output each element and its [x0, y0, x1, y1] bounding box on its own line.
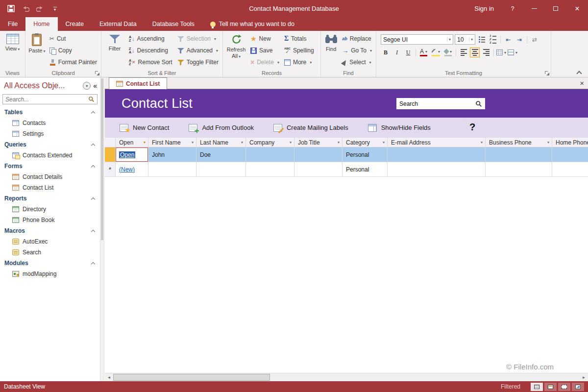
copy-button[interactable]: Copy: [47, 45, 99, 56]
column-header-category[interactable]: Category▾: [343, 138, 388, 147]
new-record-button[interactable]: ★ New: [248, 33, 282, 45]
text-formatting-dialog-launcher-icon[interactable]: [544, 71, 549, 75]
cell-category[interactable]: Personal: [343, 147, 388, 162]
replace-button[interactable]: ab Replace: [340, 33, 374, 45]
cell-first-name[interactable]: [148, 162, 196, 176]
column-dropdown-icon[interactable]: ▾: [546, 140, 551, 145]
background-color-button[interactable]: ▾: [443, 48, 453, 57]
form-search-input[interactable]: [399, 100, 473, 107]
column-dropdown-icon[interactable]: ▾: [288, 140, 293, 145]
nav-pane-title[interactable]: All Access Obje...: [4, 81, 80, 90]
nav-item-autoexec[interactable]: AutoExec: [0, 236, 100, 247]
column-filter-icon[interactable]: ▾: [142, 140, 147, 145]
new-contact-button[interactable]: New Contact: [120, 124, 169, 132]
record-selector[interactable]: [105, 147, 116, 162]
nav-group-queries[interactable]: Queries: [0, 139, 100, 150]
cell-company[interactable]: [246, 162, 294, 176]
tab-database-tools[interactable]: Database Tools: [145, 17, 202, 31]
nav-item-settings[interactable]: Settings: [0, 128, 100, 139]
statusbar-datasheet-view-button[interactable]: [531, 383, 543, 391]
minimize-button[interactable]: [523, 0, 545, 17]
find-button[interactable]: Find: [322, 32, 340, 69]
clipboard-dialog-launcher-icon[interactable]: [95, 71, 99, 75]
numbering-button[interactable]: [488, 35, 498, 45]
cut-button[interactable]: ✂ Cut: [47, 33, 99, 45]
tab-create[interactable]: Create: [58, 17, 92, 31]
font-size-combo[interactable]: 10▾: [455, 34, 475, 45]
advanced-button[interactable]: Advanced▾: [175, 45, 221, 56]
column-header-business-phone[interactable]: Business Phone▾: [486, 138, 552, 147]
scrollbar-thumb[interactable]: [101, 78, 103, 240]
cell-category[interactable]: Personal: [343, 162, 388, 176]
column-header-first-name[interactable]: First Name▾: [148, 138, 196, 147]
nav-group-forms[interactable]: Forms: [0, 161, 100, 172]
select-button[interactable]: Select▾: [340, 56, 374, 68]
maximize-button[interactable]: [545, 0, 566, 17]
cell-email-address[interactable]: [388, 162, 486, 176]
nav-item-modmapping[interactable]: modMapping: [0, 269, 100, 279]
cell-company[interactable]: [246, 147, 294, 162]
sign-in-button[interactable]: Sign in: [466, 5, 502, 12]
customize-quick-access-icon[interactable]: ▾: [48, 2, 62, 15]
column-header-home-phone[interactable]: Home Phone: [552, 138, 588, 147]
alternate-row-color-button[interactable]: ▾: [508, 48, 517, 57]
nav-item-contacts-extended[interactable]: Contacts Extended: [0, 150, 100, 161]
bullets-button[interactable]: [477, 35, 487, 45]
bold-button[interactable]: B: [381, 48, 391, 57]
font-name-combo[interactable]: Segoe UI▾: [381, 34, 453, 45]
column-dropdown-icon[interactable]: ▾: [336, 140, 341, 145]
tab-file[interactable]: File: [0, 17, 25, 31]
cell-last-name[interactable]: Doe: [196, 147, 246, 162]
go-to-button[interactable]: → Go To▾: [340, 45, 374, 56]
font-color-button[interactable]: A▾: [418, 48, 429, 57]
column-header-open[interactable]: Open▾: [116, 138, 148, 147]
cell-open[interactable]: Open: [116, 147, 148, 162]
align-right-button[interactable]: [481, 48, 491, 57]
new-record-selector[interactable]: *: [105, 162, 116, 176]
cell-business-phone[interactable]: [486, 147, 552, 162]
delete-record-button[interactable]: × Delete▾: [248, 56, 282, 68]
nav-group-reports[interactable]: Reports: [0, 193, 100, 204]
nav-item-phone-book[interactable]: Phone Book: [0, 215, 100, 225]
highlight-color-button[interactable]: ▾: [430, 48, 441, 57]
nav-item-directory[interactable]: Directory: [0, 204, 100, 215]
column-dropdown-icon[interactable]: ▾: [190, 140, 195, 145]
column-dropdown-icon[interactable]: ▾: [381, 140, 386, 145]
document-tab-contact-list[interactable]: Contact List: [109, 77, 167, 89]
cell-last-name[interactable]: [196, 162, 246, 176]
cell-home-phone[interactable]: [552, 162, 588, 176]
decrease-indent-button[interactable]: ⇤: [503, 35, 513, 45]
create-mailing-labels-button[interactable]: Create Mailing Labels: [273, 124, 348, 132]
remove-sort-button[interactable]: AZ✕ Remove Sort: [126, 56, 175, 68]
descending-button[interactable]: ZA↓ Descending: [126, 45, 175, 56]
tell-me-box[interactable]: Tell me what you want to do: [202, 17, 302, 31]
column-header-job-title[interactable]: Job Title▾: [294, 138, 343, 147]
status-filtered-label[interactable]: Filtered: [501, 383, 520, 390]
nav-pane-scrollbar[interactable]: [100, 77, 104, 381]
show-hide-fields-button[interactable]: Show/Hide Fields: [368, 124, 431, 132]
tab-external-data[interactable]: External Data: [92, 17, 145, 31]
toggle-filter-button[interactable]: Toggle Filter: [175, 56, 221, 68]
scroll-left-icon[interactable]: ◄: [105, 373, 113, 381]
nav-item-contact-details[interactable]: Contact Details: [0, 172, 100, 182]
increase-indent-button[interactable]: ⇥: [514, 35, 524, 45]
column-header-company[interactable]: Company▾: [246, 138, 294, 147]
collapse-ribbon-icon[interactable]: [576, 70, 582, 75]
gridlines-button[interactable]: ▾: [496, 48, 506, 57]
align-center-button[interactable]: [470, 48, 480, 57]
tab-home[interactable]: Home: [25, 17, 57, 31]
scrollbar-track[interactable]: [113, 373, 580, 381]
help-icon[interactable]: ?: [469, 122, 475, 133]
spelling-button[interactable]: ABC✓ Spelling: [282, 45, 317, 56]
nav-item-search[interactable]: Search: [0, 247, 100, 258]
column-dropdown-icon[interactable]: ▾: [479, 140, 484, 145]
column-dropdown-icon[interactable]: ▾: [240, 140, 245, 145]
nav-search-input[interactable]: [5, 96, 86, 103]
scrollbar-thumb[interactable]: [113, 374, 270, 381]
column-header-last-name[interactable]: Last Name▾: [196, 138, 246, 147]
cell-open[interactable]: (New): [116, 162, 148, 176]
close-button[interactable]: ×: [566, 0, 588, 17]
filter-button[interactable]: Filter: [103, 32, 126, 69]
save-record-button[interactable]: Save: [248, 45, 282, 56]
cell-email-address[interactable]: [388, 147, 486, 162]
